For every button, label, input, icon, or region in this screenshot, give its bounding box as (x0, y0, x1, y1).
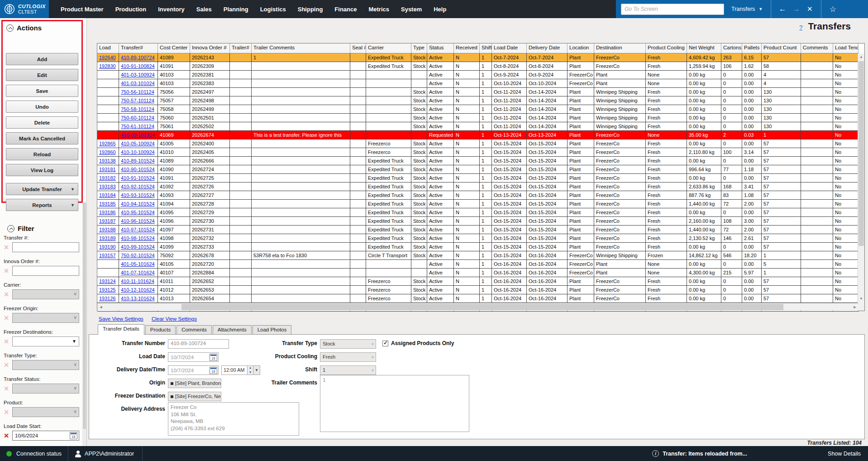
grid-vertical-scrollbar[interactable]: ▲ ▼ (858, 53, 864, 311)
transfer-link[interactable]: 410-90-101524 (121, 167, 155, 172)
filter-select-freezer-origin[interactable]: ˅ (12, 313, 79, 323)
menu-item-system[interactable]: System (401, 6, 422, 13)
scroll-left-icon[interactable]: ◄ (97, 303, 105, 311)
table-row[interactable]: 193181410-90-1015244109020262724Expedite… (97, 165, 858, 174)
clear-filter-icon[interactable]: ✕ (3, 244, 10, 251)
show-details-button[interactable]: Show Details (828, 451, 861, 457)
transfer-link[interactable]: 750-92-101524 (121, 253, 155, 258)
back-arrow-icon[interactable]: ← (776, 5, 789, 14)
tab-load-photos[interactable]: Load Photos (253, 325, 292, 335)
column-header-type[interactable]: Type (411, 43, 427, 53)
clear-filter-icon[interactable]: ✕ (3, 267, 10, 274)
column-header-location[interactable]: Location (568, 43, 594, 53)
table-row[interactable]: 401-03-1009244010320262381ActiveN1Oct-9-… (97, 71, 858, 79)
detail-select-product-cooling[interactable]: Fresh˅ (320, 352, 376, 362)
menu-item-help[interactable]: Help (434, 6, 446, 13)
menu-item-logistics[interactable]: Logistics (260, 6, 286, 13)
filter-input-innova-order[interactable] (12, 266, 79, 276)
screen-selector-dropdown[interactable]: Transfers ▼ (731, 6, 763, 12)
update-transfer-button[interactable]: Update Transfer▼ (6, 183, 78, 195)
assigned-products-only-checkbox[interactable]: Assigned Products Only (382, 340, 454, 346)
table-row[interactable]: 401-05-1016244010520262720ActiveN1Oct-16… (97, 260, 858, 269)
save-view-settings-link[interactable]: Save View Settings (99, 316, 143, 322)
add-button[interactable]: Add (6, 53, 78, 65)
transfer-link[interactable]: 410-93-101524 (121, 192, 155, 198)
scroll-right-icon[interactable]: ► (851, 303, 858, 311)
detail-textarea-delivery-address[interactable]: Freezer Co 106 Mill St. Neepawa, MB (204… (168, 402, 299, 436)
detail-field-load-date[interactable]: 10/7/202415 (168, 352, 219, 362)
load-link[interactable]: 193138 (99, 158, 116, 163)
go-to-screen-input[interactable] (621, 4, 724, 15)
transfer-link[interactable]: 401-03-101024 (121, 81, 155, 86)
load-link[interactable]: 193187 (99, 218, 116, 224)
transfer-link[interactable]: 410-91-101524 (121, 175, 155, 181)
load-link[interactable]: 192640 (99, 55, 116, 60)
reload-button[interactable]: Reload (6, 148, 78, 160)
load-link[interactable]: 193126 (99, 296, 116, 301)
transfer-link[interactable]: 410-05-100924 (121, 141, 155, 146)
column-header-load-date[interactable]: Load Date (492, 43, 527, 53)
table-row[interactable]: 193125410-12-1016244101220262653Freezerc… (97, 286, 858, 294)
column-header-transfer-[interactable]: Transfer# (119, 43, 158, 53)
column-header-seal-[interactable]: Seal # (350, 43, 366, 53)
table-row[interactable]: 193182410-91-1015244109120262725Expedite… (97, 174, 858, 182)
load-link[interactable]: 193190 (99, 244, 116, 250)
table-row[interactable]: 193183410-92-1015244109220262726Expedite… (97, 182, 858, 191)
favorite-star-icon[interactable]: ☆ (826, 5, 839, 14)
table-row[interactable]: 750-56-1011247505620262497StockActiveN1O… (97, 88, 858, 96)
transfer-link[interactable]: 410-89-101524 (121, 158, 155, 163)
tab-products[interactable]: Products (145, 325, 176, 335)
filter-select-transfer-status[interactable]: ˅ (12, 384, 79, 394)
detail-field-delivery-date-time[interactable]: 10/7/202415 (168, 365, 219, 375)
table-row[interactable]: 750-61-1011247506120262502StockActiveN1O… (97, 122, 858, 131)
detail-select-transfer-type[interactable]: Stock˅ (320, 339, 376, 349)
column-header-trailer-[interactable]: Trailer# (230, 43, 252, 53)
tab-comments[interactable]: Comments (176, 325, 212, 335)
column-header-delivery-date[interactable]: Delivery Date (527, 43, 568, 53)
load-link[interactable]: 193182 (99, 175, 116, 181)
sidebar-scrollbar[interactable]: ▼ (82, 202, 86, 461)
transfer-link[interactable]: 750-61-101124 (121, 124, 154, 129)
transfer-link[interactable]: 401-03-100924 (121, 72, 155, 77)
load-link[interactable]: 193125 (99, 287, 116, 293)
transfer-link[interactable]: 401-05-101624 (121, 261, 155, 267)
transfer-link[interactable]: 410-13-101624 (121, 296, 155, 301)
reports-button[interactable]: Reports▼ (6, 199, 78, 211)
table-row[interactable]: 193184410-93-1015244109320262727Expedite… (97, 191, 858, 200)
column-header-innova-order-[interactable]: Innova Order # (190, 43, 230, 53)
load-link[interactable]: 193157 (99, 253, 116, 258)
view-log-button[interactable]: View Log (6, 164, 78, 176)
transfer-link[interactable]: 410-95-101524 (121, 210, 155, 215)
detail-select-origin[interactable]: [Site] Plant, Brandon,˅ (168, 379, 221, 388)
clear-filter-icon[interactable]: ✕ (3, 432, 10, 439)
delete-button[interactable]: Delete (6, 116, 78, 129)
clear-filter-icon[interactable]: ✕ (3, 291, 10, 298)
checkbox-icon[interactable] (382, 341, 388, 346)
table-row[interactable]: 193126410-13-1016244101320262654Freezerc… (97, 294, 858, 303)
transfer-link[interactable]: 410-89-100724 (121, 55, 155, 60)
load-link[interactable]: 193186 (99, 210, 116, 215)
column-header-load[interactable]: Load (97, 43, 119, 53)
clear-filter-icon[interactable]: ✕ (3, 385, 10, 392)
detail-select-freezer-destination[interactable]: [Site] FreezerCo, Nee˅ (168, 392, 221, 401)
table-row[interactable]: 401-03-1010244010320262383ActiveN1Oct-10… (97, 79, 858, 88)
close-icon[interactable]: ✕ (803, 5, 816, 13)
table-row[interactable]: 192865410-05-1009244100520262400Freezerc… (97, 139, 858, 148)
filter-select-transfer-type[interactable]: ˅ (12, 360, 79, 370)
table-row[interactable]: 192640410-89-10072441089202621431Expedit… (97, 53, 858, 62)
table-row[interactable]: 193138410-89-1015244108920262666Expedite… (97, 157, 858, 165)
tab-transfer-details[interactable]: Transfer Details (98, 324, 144, 335)
table-row[interactable]: 750-60-1011247506020262501StockActiveN1O… (97, 114, 858, 122)
table-row[interactable]: 193187410-96-1015244109620262730Expedite… (97, 217, 858, 226)
table-row[interactable]: 193186410-95-1015244109520262729Expedite… (97, 208, 858, 217)
load-link[interactable]: 193189 (99, 235, 116, 241)
mark-as-cancelled-button[interactable]: Mark As Cancelled (6, 132, 78, 144)
column-header-trailer-comments[interactable]: Trailer Comments (252, 43, 350, 53)
filter-input-transfer[interactable] (12, 242, 79, 252)
column-header-load-tender[interactable]: Load Tender (833, 43, 858, 53)
clear-filter-icon[interactable]: ✕ (3, 314, 10, 322)
scroll-down-icon[interactable]: ▼ (858, 295, 864, 303)
column-header-destination[interactable]: Destination (594, 43, 646, 53)
tab-attachments[interactable]: Attachments (213, 325, 252, 335)
column-header-comments[interactable]: Comments (801, 43, 833, 53)
